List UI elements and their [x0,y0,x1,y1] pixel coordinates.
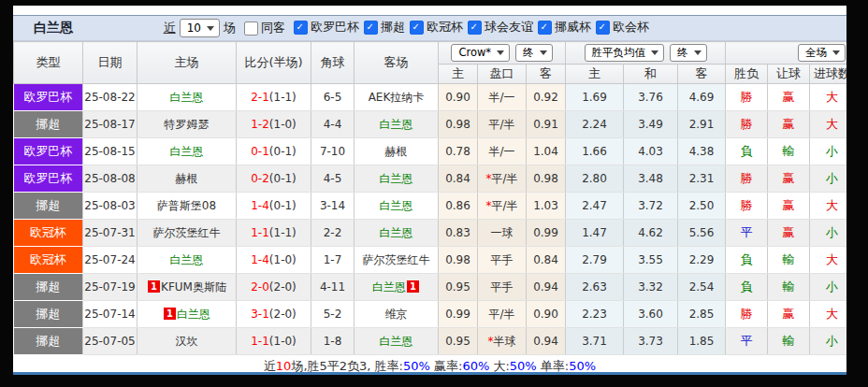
avg-draw-cell: 4.62 [624,220,678,247]
summary-segment: 大: [489,359,510,373]
home-team-name: 白兰恩 [177,308,210,321]
handicap-cell: 一球 [478,220,527,247]
recent-count-value: 10 [187,22,201,35]
bookmaker-select[interactable]: Crow* [451,44,510,62]
league-filter: 欧会杯 [596,19,649,36]
away-team-name: 白兰恩 [372,280,406,294]
matches-table: 类型 日期 主场 比分(半场) 角球 客场 Crow* 终 [13,41,846,355]
same-away-checkbox[interactable] [244,22,258,36]
scope-select-group: 全场 [726,42,846,64]
score-cell: 1-2(1-0) [237,111,311,138]
avg-draw-cell: 3.72 [624,193,678,220]
avg-odds-state-select[interactable]: 终 [670,44,707,62]
away-team-cell: 赫根 [354,138,439,165]
league-badge: 欧罗巴杯 [14,165,83,193]
fulltime-score: 0-2 [251,172,269,185]
date-cell: 25-08-03 [83,193,137,220]
away-team-name: 白兰恩 [380,335,413,348]
score-cell: 3-1(2-0) [237,301,311,328]
handicap-text: 平/半 [491,199,517,212]
content-panel: 白兰恩 近 10 场 同客 欧罗巴杯挪超欧冠杯球会友谊挪威杯欧会杯 类型 [13,6,846,375]
goals-result-cell: 小 [810,138,846,165]
league-checkbox[interactable] [294,21,308,35]
fulltime-score: 3-1 [251,308,269,321]
avg-home-cell: 1.66 [566,138,624,165]
recent-link[interactable]: 近 [164,20,176,36]
page-title: 白兰恩 [34,20,73,36]
home-odds-cell: 0.95 [439,328,478,355]
handicap-result-cell: 輸 [768,138,810,165]
bookmaker-state-select[interactable]: 终 [515,44,553,62]
avg-home-cell: 1.69 [566,84,624,111]
summary-segment: 60% [462,359,489,373]
chevron-down-icon [497,50,504,55]
table-row: 挪超25-08-17特罗姆瑟1-2(1-0)4-4白兰恩0.98平/半0.912… [14,111,847,138]
handicap-text: 半/一 [488,145,514,158]
recent-count-select[interactable]: 10 [180,19,220,37]
away-team-cell: 白兰恩 [354,328,439,355]
scope-select[interactable]: 全场 [798,44,846,62]
away-team-cell: 白兰恩1 [354,274,439,301]
avg-home-cell: 1.47 [566,220,624,247]
subcol-avg-away: 客 [678,64,726,84]
avg-away-cell: 2.50 [678,193,726,220]
league-checkbox[interactable] [410,21,424,35]
handicap-cell: 平/半 [478,111,527,138]
away-team-cell: 白兰恩 [354,193,439,220]
summary-segment: 10 [276,359,292,373]
avg-away-cell: 5.56 [678,220,726,247]
league-badge: 挪超 [14,193,83,220]
chevron-down-icon [651,50,658,55]
home-team-name: 白兰恩 [170,145,204,158]
league-badge: 挪超 [14,328,83,355]
date-cell: 25-08-15 [83,138,137,165]
same-away-label: 同客 [261,20,285,36]
avg-home-cell: 2.23 [566,301,624,328]
league-checkbox[interactable] [596,21,610,35]
score-cell: 1-1(1-1) [237,220,311,247]
outcome-cell: 勝 [726,193,768,220]
chevron-down-icon [694,50,702,55]
away-team-name: 白兰恩 [380,199,413,212]
summary-segment: 50% [403,359,430,373]
bookmaker-state-value: 终 [523,46,534,60]
avg-odds-select-group: 胜平负均值 终 [566,42,726,64]
fulltime-score: 0-1 [251,145,269,158]
bottom-accent-bar [13,372,846,375]
summary-segment: 近 [264,359,276,373]
away-team-cell: 维京 [354,301,439,328]
header-selects-row: 类型 日期 主场 比分(半场) 角球 客场 Crow* 终 [14,42,847,64]
avg-draw-cell: 3.48 [624,165,678,193]
table-row: 欧罗巴杯25-08-22白兰恩2-1(1-1)6-5AEK拉纳卡0.90半/一0… [14,84,847,111]
away-odds-cell: 0.99 [527,220,566,247]
col-header-date: 日期 [83,42,137,84]
avg-home-cell: 2.80 [566,165,624,193]
away-team-cell: AEK拉纳卡 [354,84,439,111]
halftime-score: (0-1) [269,145,297,158]
same-away-filter: 同客 [244,20,285,36]
league-checkbox[interactable] [468,21,482,35]
summary-segment: 50% [569,359,596,373]
league-checkbox[interactable] [364,21,378,35]
fulltime-score: 2-0 [251,280,269,294]
avg-home-cell: 2.24 [566,111,624,138]
avg-home-cell: 3.71 [566,328,624,355]
handicap-cell: *平/半 [478,165,527,193]
bookmaker-select-value: Crow* [458,46,491,59]
league-label: 欧冠杯 [427,19,463,36]
handicap-result-cell: 輸 [768,328,810,355]
home-team-cell: 1KFUM奥斯陆 [137,274,237,301]
subcol-avg-home: 主 [566,64,624,84]
outcome-cell: 勝 [726,165,768,193]
league-checkbox[interactable] [538,21,552,35]
date-cell: 25-08-08 [83,165,137,193]
handicap-text: 平/半 [488,308,514,321]
league-label: 挪威杯 [555,19,591,36]
league-filters: 欧罗巴杯挪超欧冠杯球会友谊挪威杯欧会杯 [289,19,649,37]
subcol-crow-home: 主 [439,64,478,84]
avg-home-cell: 2.63 [566,274,624,301]
halftime-score: (2-0) [269,280,297,294]
avg-odds-select[interactable]: 胜平负均值 [585,44,665,62]
league-badge: 欧冠杯 [14,247,83,274]
league-badge: 挪超 [14,111,83,138]
